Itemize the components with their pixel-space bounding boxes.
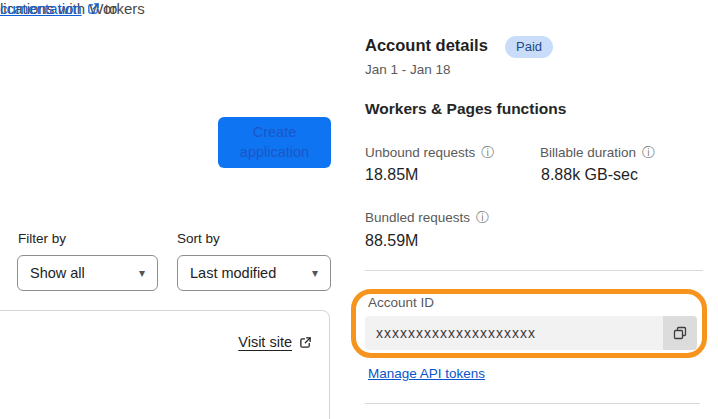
copy-icon bbox=[672, 325, 688, 341]
filter-dropdown[interactable]: Show all ▾ bbox=[17, 255, 158, 291]
metric-label-text: Billable duration bbox=[540, 145, 636, 160]
metric-label-text: Bundled requests bbox=[365, 210, 470, 225]
info-icon[interactable]: ⓘ bbox=[476, 211, 489, 224]
documentation-link[interactable]: cumentation bbox=[0, 0, 82, 17]
sort-dropdown[interactable]: Last modified ▾ bbox=[177, 255, 331, 291]
divider bbox=[365, 403, 700, 404]
sort-by-label: Sort by bbox=[177, 231, 220, 246]
chevron-down-icon: ▾ bbox=[312, 266, 318, 280]
account-id-label: Account ID bbox=[368, 295, 434, 310]
filter-dropdown-value: Show all bbox=[30, 265, 85, 281]
billable-duration-value: 8.88k GB-sec bbox=[541, 166, 638, 184]
external-link-icon bbox=[87, 2, 100, 15]
intro-text-line2: cumentation to bbox=[0, 0, 117, 17]
unbound-requests-label: Unbound requests ⓘ bbox=[365, 145, 494, 160]
account-id-row bbox=[365, 316, 697, 350]
billable-duration-label: Billable duration ⓘ bbox=[540, 145, 655, 160]
info-icon[interactable]: ⓘ bbox=[481, 146, 494, 159]
divider bbox=[365, 270, 703, 271]
sort-dropdown-value: Last modified bbox=[190, 265, 276, 281]
visit-site-link[interactable]: Visit site bbox=[238, 334, 292, 350]
info-icon[interactable]: ⓘ bbox=[642, 146, 655, 159]
account-details-title: Account details bbox=[365, 36, 488, 55]
external-link-icon bbox=[299, 336, 312, 349]
date-range: Jan 1 - Jan 18 bbox=[365, 62, 451, 77]
copy-button[interactable] bbox=[663, 316, 697, 350]
bundled-requests-label: Bundled requests ⓘ bbox=[365, 210, 489, 225]
account-id-input[interactable] bbox=[365, 316, 663, 350]
filter-by-label: Filter by bbox=[18, 231, 66, 246]
intro-text-suffix: to bbox=[105, 0, 118, 17]
metric-label-text: Unbound requests bbox=[365, 145, 475, 160]
paid-badge: Paid bbox=[505, 36, 553, 58]
chevron-down-icon: ▾ bbox=[139, 266, 145, 280]
workers-pages-functions-title: Workers & Pages functions bbox=[365, 100, 566, 118]
bundled-requests-value: 88.59M bbox=[365, 232, 418, 250]
create-application-button[interactable]: Create application bbox=[218, 117, 331, 168]
project-card: Visit site bbox=[0, 310, 330, 419]
manage-api-tokens-link[interactable]: Manage API tokens bbox=[368, 366, 485, 381]
unbound-requests-value: 18.85M bbox=[365, 166, 418, 184]
